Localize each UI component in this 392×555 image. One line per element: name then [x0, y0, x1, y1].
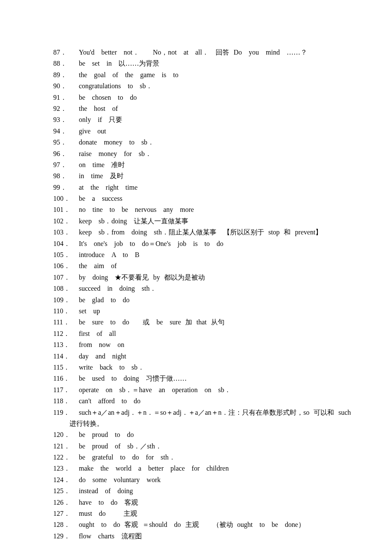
item-text: the goal of the game is to [79, 69, 352, 81]
list-item: 87．You'd better not． No，not at all． 回答 D… [53, 47, 352, 58]
item-text: introduce A to B [79, 249, 352, 260]
item-text: raise money for sb． [79, 148, 352, 159]
list-item-continuation: 进行转换。 [53, 418, 352, 429]
item-text: in time 及时 [79, 171, 352, 182]
item-text: congratulations to sb． [79, 81, 352, 92]
item-number: 101． [53, 204, 79, 215]
item-number: 111． [53, 317, 79, 328]
item-text: keep sb．doing 让某人一直做某事 [79, 216, 352, 227]
item-text: must do 主观 [79, 508, 352, 519]
item-number: 96． [53, 148, 79, 159]
item-text: operate on sb．＝have an operation on sb． [79, 384, 352, 396]
list-item: 115．write back to sb． [53, 362, 352, 373]
item-number: 100． [53, 193, 79, 204]
item-text: donate money to sb． [79, 137, 352, 148]
item-text: succeed in doing sth． [79, 283, 352, 294]
item-number: 92． [53, 103, 79, 114]
item-number: 102． [53, 216, 79, 227]
list-item: 108．succeed in doing sth． [53, 283, 352, 294]
item-text: be proud of sb．／sth． [79, 441, 352, 452]
item-number: 125． [53, 486, 79, 497]
item-text: day and night [79, 351, 352, 362]
list-item: 110．set up [53, 306, 352, 317]
list-item: 124．do some voluntary work [53, 474, 352, 486]
item-number: 115． [53, 362, 79, 373]
list-item: 120．be proud to do [53, 429, 352, 440]
item-number: 112． [53, 328, 79, 339]
item-number: 126． [53, 497, 79, 508]
item-number: 95． [53, 137, 79, 148]
list-item: 103．keep sb．from doing sth．阻止某人做某事 【所以区别… [53, 227, 352, 238]
list-item: 122．be grateful to do for sth． [53, 452, 352, 463]
item-number: 110． [53, 306, 79, 317]
item-number: 104． [53, 238, 79, 249]
item-number: 103． [53, 227, 79, 238]
item-text: have to do 客观 [79, 497, 352, 508]
item-number: 119． [53, 407, 79, 418]
item-text: at the right time [79, 182, 352, 193]
item-text: be set in 以……为背景 [79, 58, 352, 69]
list-item: 88．be set in 以……为背景 [53, 58, 352, 69]
document-page: 87．You'd better not． No，not at all． 回答 D… [0, 0, 392, 555]
item-text: be chosen to do [79, 92, 352, 103]
item-text: from now on [79, 339, 352, 350]
item-number: 121． [53, 441, 79, 452]
item-number: 129． [53, 531, 79, 542]
item-number: 93． [53, 114, 79, 125]
item-number: 89． [53, 69, 79, 81]
list-item: 112．first of all [53, 328, 352, 339]
list-item: 128．ought to do 客观 ＝should do 主观 （被动 oug… [53, 519, 352, 530]
list-item: 95．donate money to sb． [53, 137, 352, 148]
item-text: be sure to do 或 be sure 加 that 从句 [79, 317, 352, 328]
list-item: 106．the aim of [53, 260, 352, 272]
item-number: 127． [53, 508, 79, 519]
item-text: by doing ★不要看见 by 都以为是被动 [79, 272, 352, 283]
item-number: 109． [53, 295, 79, 306]
item-number: 98． [53, 171, 79, 182]
item-text: You'd better not． No，not at all． 回答 Do y… [79, 47, 352, 58]
list-item: 93．only if 只要 [53, 114, 352, 125]
item-number: 88． [53, 58, 79, 69]
item-number: 107． [53, 272, 79, 283]
item-text: be a success [79, 193, 352, 204]
list-item: 121．be proud of sb．／sth． [53, 441, 352, 452]
list-item: 89．the goal of the game is to [53, 69, 352, 81]
item-text: the host of [79, 103, 352, 114]
list-item: 90．congratulations to sb． [53, 81, 352, 92]
list-item: 107．by doing ★不要看见 by 都以为是被动 [53, 272, 352, 283]
item-number: 118． [53, 396, 79, 407]
list-item: 105．introduce A to B [53, 249, 352, 260]
list-item: 127．must do 主观 [53, 508, 352, 519]
item-number: 122． [53, 452, 79, 463]
item-text: flow charts 流程图 [79, 531, 352, 542]
item-number: 123． [53, 463, 79, 474]
item-number: 128． [53, 519, 79, 530]
item-text: be grateful to do for sth． [79, 452, 352, 463]
item-text: 进行转换。 [69, 418, 104, 429]
list-item: 100．be a success [53, 193, 352, 204]
list-item: 129．flow charts 流程图 [53, 531, 352, 542]
item-text: It's one's job to do＝One's job is to do [79, 238, 352, 249]
item-text: only if 只要 [79, 114, 352, 125]
item-number: 114． [53, 351, 79, 362]
item-number: 113． [53, 339, 79, 350]
item-text: such＋a／an＋adj．＋n．＝so＋adj．＋a／an＋n．注：只有在单数… [79, 407, 352, 418]
item-text: keep sb．from doing sth．阻止某人做某事 【所以区别于 st… [79, 227, 352, 238]
list-item: 119．such＋a／an＋adj．＋n．＝so＋adj．＋a／an＋n．注：只… [53, 407, 352, 418]
item-number: 106． [53, 260, 79, 272]
item-number: 91． [53, 92, 79, 103]
list-item: 104．It's one's job to do＝One's job is to… [53, 238, 352, 249]
list-item: 111．be sure to do 或 be sure 加 that 从句 [53, 317, 352, 328]
item-number: 97． [53, 159, 79, 171]
item-text: the aim of [79, 260, 352, 272]
item-text: first of all [79, 328, 352, 339]
content-list: 87．You'd better not． No，not at all． 回答 D… [53, 47, 352, 542]
list-item: 96．raise money for sb． [53, 148, 352, 159]
list-item: 117．operate on sb．＝have an operation on … [53, 384, 352, 396]
list-item: 94．give out [53, 126, 352, 137]
item-text: set up [79, 306, 352, 317]
list-item: 99．at the right time [53, 182, 352, 193]
item-text: on time 准时 [79, 159, 352, 171]
item-number: 105． [53, 249, 79, 260]
item-number: 124． [53, 474, 79, 486]
